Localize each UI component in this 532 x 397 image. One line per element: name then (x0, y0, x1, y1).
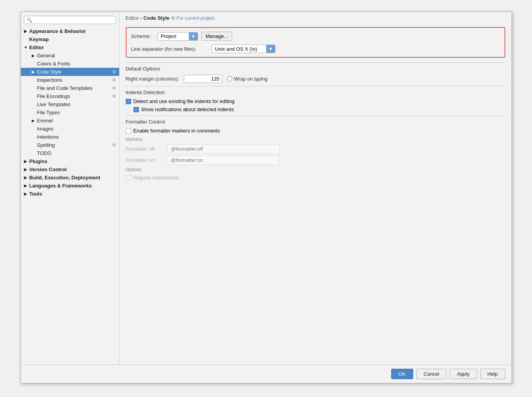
markers-title: Markers (126, 137, 505, 142)
sidebar-item-file-code-templates[interactable]: File and Code Templates ⚙ (21, 84, 119, 92)
sidebar-item-colors-fonts[interactable]: Colors & Fonts (21, 60, 119, 68)
sidebar-item-todo[interactable]: TODO (21, 149, 119, 157)
line-separator-row: Line separator (for new files): Unix and… (131, 45, 500, 53)
arrow-icon: ▶ (32, 70, 36, 74)
settings-body: Scheme: Project ▼ Manage... Line separat… (120, 24, 511, 364)
sidebar-item-live-templates[interactable]: Live Templates (21, 100, 119, 108)
main-panel: Editor › Code Style ⚙ For current projec… (120, 12, 511, 364)
manage-button[interactable]: Manage... (201, 32, 232, 41)
enable-formatter-checkbox[interactable] (126, 128, 131, 134)
sidebar-item-label: Inspections (37, 77, 63, 83)
sidebar-item-file-encodings[interactable]: File Encodings ⚙ (21, 92, 119, 100)
cancel-button[interactable]: Cancel (416, 369, 446, 379)
regular-expressions-row: Regular expressions (126, 175, 505, 180)
default-options-title: Default Options (126, 66, 505, 72)
sidebar-item-images[interactable]: Images (21, 125, 119, 133)
sidebar-item-editor[interactable]: ▼ Editor (21, 43, 119, 52)
formatter-off-input[interactable] (168, 144, 280, 153)
arrow-icon: ▶ (24, 159, 28, 163)
sidebar-item-tools[interactable]: ▶ Tools (21, 190, 119, 198)
detect-indents-checkbox[interactable]: ✓ (126, 99, 131, 104)
sidebar-item-spelling[interactable]: Spelling ⚙ (21, 141, 119, 149)
search-icon: 🔍 (27, 17, 33, 23)
sidebar-item-label: File Types (37, 110, 60, 115)
wrap-on-typing-label[interactable]: Wrap on typing (227, 76, 268, 82)
scheme-dropdown-button[interactable]: ▼ (189, 33, 198, 40)
search-input[interactable] (34, 17, 113, 23)
enable-formatter-label: Enable formatter markers in comments (133, 128, 220, 134)
formatter-on-input[interactable] (168, 156, 280, 165)
sidebar-item-label: Emmet (37, 118, 53, 124)
sidebar-item-appearance-behavior[interactable]: ▶ Appearance & Behavior (21, 27, 119, 35)
breadcrumb-parent: Editor (126, 15, 139, 21)
sidebar-item-inspections[interactable]: Inspections ⚙ (21, 76, 119, 84)
right-margin-input[interactable] (184, 75, 222, 83)
ok-button[interactable]: OK (391, 369, 413, 379)
show-notifications-row: ✓ Show notifications about detected inde… (133, 107, 505, 112)
arrow-icon: ▶ (24, 167, 28, 172)
scheme-select-wrapper[interactable]: Project ▼ (157, 32, 198, 41)
sidebar-item-label: TODO (37, 150, 51, 156)
line-separator-dropdown-button[interactable]: ▼ (266, 45, 275, 53)
sidebar-item-label: Appearance & Behavior (29, 28, 86, 34)
indents-detection-title: Indents Detection (126, 89, 505, 95)
search-box[interactable]: 🔍 (24, 16, 116, 24)
wrap-on-typing-checkbox[interactable] (227, 76, 232, 81)
show-notifications-checkbox[interactable]: ✓ (133, 107, 139, 112)
sidebar-item-build-execution-deployment[interactable]: ▶ Build, Execution, Deployment (21, 174, 119, 182)
arrow-icon: ▼ (24, 45, 28, 50)
sidebar-item-keymap[interactable]: Keymap (21, 35, 119, 43)
regular-expressions-checkbox (126, 175, 131, 180)
sidebar-item-label: Build, Execution, Deployment (29, 175, 100, 180)
default-options-row: Right margin (columns): Wrap on typing (126, 75, 505, 83)
apply-button[interactable]: Apply (450, 369, 477, 379)
sidebar-item-label: Languages & Frameworks (29, 183, 92, 189)
formatter-control-section: Formatter Control Enable formatter marke… (126, 119, 505, 180)
sidebar-item-languages-frameworks[interactable]: ▶ Languages & Frameworks (21, 182, 119, 190)
line-separator-select-wrapper[interactable]: Unix and OS X (\n) ▼ (212, 45, 276, 53)
sidebar-item-file-types[interactable]: File Types (21, 108, 119, 117)
show-notifications-label: Show notifications about detected indent… (141, 107, 234, 112)
right-margin-label: Right margin (columns): (126, 76, 179, 82)
line-separator-value: Unix and OS X (\n) (212, 45, 266, 53)
help-button[interactable]: Help (480, 369, 505, 379)
sidebar-item-label: File Encodings (37, 93, 70, 99)
formatter-off-row: Formatter off: (126, 144, 505, 153)
arrow-icon: ▶ (24, 192, 28, 196)
arrow-icon: ▶ (32, 53, 36, 58)
sidebar-item-version-control[interactable]: ▶ Version Control (21, 165, 119, 174)
arrow-icon: ▶ (32, 119, 36, 123)
settings-icon: ⚙ (112, 86, 116, 91)
detect-indents-row: ✓ Detect and use existing file indents f… (126, 98, 505, 104)
detect-indents-label: Detect and use existing file indents for… (133, 98, 235, 104)
breadcrumb-current: Code Style (144, 15, 169, 21)
sidebar-item-intentions[interactable]: Intentions (21, 133, 119, 141)
sidebar-item-label: Plugins (29, 158, 48, 164)
line-separator-label: Line separator (for new files): (131, 46, 209, 52)
breadcrumb-separator: › (140, 15, 142, 21)
settings-icon: ⚙ (112, 77, 116, 82)
arrow-icon: ▶ (24, 175, 28, 180)
formatter-on-label: Formatter on: (126, 157, 164, 163)
breadcrumb: Editor › Code Style ⚙ For current projec… (120, 12, 511, 24)
arrow-icon: ▶ (24, 29, 28, 33)
sidebar-item-emmet[interactable]: ▶ Emmet (21, 117, 119, 125)
scheme-label: Scheme: (131, 33, 154, 39)
sidebar-item-general[interactable]: ▶ General (21, 52, 119, 60)
sidebar: 🔍 ▶ Appearance & Behavior Keymap ▼ Edito… (21, 12, 120, 364)
project-link[interactable]: ⚙ For current project (171, 15, 214, 21)
sidebar-item-code-style[interactable]: ▶ Code Style ⚙ (21, 68, 119, 76)
sidebar-item-label: Spelling (37, 142, 55, 148)
sidebar-item-label: Editor (29, 45, 44, 50)
enable-formatter-row: Enable formatter markers in comments (126, 128, 505, 134)
sidebar-item-label: General (37, 53, 55, 58)
sidebar-item-plugins[interactable]: ▶ Plugins (21, 157, 119, 165)
sidebar-item-label: Tools (29, 191, 43, 197)
sidebar-item-label: Intentions (37, 134, 59, 140)
sidebar-item-label: Keymap (29, 36, 49, 42)
formatter-control-title: Formatter Control (126, 119, 505, 125)
sidebar-item-label: Version Control (29, 167, 67, 172)
markers-section: Markers Formatter off: Formatter on: (126, 137, 505, 165)
scheme-row: Scheme: Project ▼ Manage... (131, 32, 500, 41)
sidebar-item-label: Live Templates (37, 101, 70, 107)
